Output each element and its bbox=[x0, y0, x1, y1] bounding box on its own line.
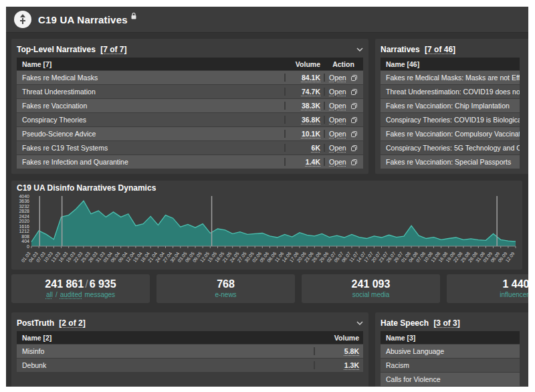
narrative-link[interactable]: Fakes re C19 Test Systems bbox=[22, 144, 108, 152]
narrative-link[interactable]: Conspiracy Theories bbox=[22, 116, 86, 124]
copy-icon bbox=[351, 131, 357, 137]
panel-hate-speech: Hate Speech [3 of 3] Name [3] Abusive La… bbox=[375, 312, 528, 387]
narrative-link[interactable]: Threat Underestimation bbox=[22, 88, 96, 96]
y-axis-tick: 3636 bbox=[19, 199, 29, 203]
narrative-link[interactable]: Calls for Violence bbox=[386, 375, 441, 383]
stat-filter-link[interactable]: all bbox=[46, 291, 53, 298]
narrative-link[interactable]: Fakes re Vaccination: Special Passports bbox=[386, 158, 511, 166]
open-button[interactable]: Open bbox=[329, 88, 346, 96]
open-button[interactable]: Open bbox=[329, 74, 346, 82]
narratives-table-body: Fakes re Medical Masks: Masks are not Ef… bbox=[381, 71, 520, 169]
volume-link[interactable]: 1.3K bbox=[344, 361, 359, 369]
open-button[interactable]: Open bbox=[329, 144, 346, 152]
narrative-link[interactable]: Misinfo bbox=[22, 347, 44, 355]
chevron-down-icon[interactable] bbox=[356, 321, 363, 325]
narrative-link[interactable]: Racism bbox=[386, 361, 409, 369]
table-header: Name [46] bbox=[381, 58, 520, 70]
volume-link[interactable]: 36.8K bbox=[302, 116, 320, 124]
volume-column-header: Volume bbox=[284, 60, 324, 68]
open-button[interactable]: Open bbox=[329, 116, 346, 124]
table-header: Name [7] Volume Action bbox=[17, 58, 363, 70]
copy-icon bbox=[351, 145, 357, 151]
table-row: Fakes re Medical Masks84.1KOpen bbox=[17, 71, 363, 84]
volume-link[interactable]: 74.7K bbox=[302, 88, 320, 96]
narrative-link[interactable]: Fakes re Vaccination: Chip Implantation bbox=[386, 102, 510, 110]
copy-icon bbox=[351, 75, 357, 81]
table-row: Misinfo5.8K bbox=[17, 345, 363, 358]
table-header: Name [2] Volume bbox=[17, 331, 363, 344]
y-axis-tick: 0 bbox=[27, 244, 29, 249]
y-axis-tick: 2828 bbox=[19, 209, 29, 213]
stat-card: 241 861/6 935all/auditedmessages bbox=[11, 274, 150, 303]
name-column-header: Name [46] bbox=[381, 60, 520, 68]
panel-top-level-narratives: Top-Level Narratives [7 of 7] Name [7] V… bbox=[11, 39, 368, 174]
table-row: Conspiracy Theories: 5G Technology and C… bbox=[381, 141, 520, 155]
panel-posttruth: PostTruth [2 of 2] Name [2] Volume Misin… bbox=[11, 312, 368, 387]
stat-label: influencers bbox=[498, 290, 528, 299]
panel-count[interactable]: [2 of 2] bbox=[59, 318, 85, 328]
table-row: Fakes re Vaccination38.3KOpen bbox=[17, 99, 363, 112]
app-header: C19 UA Narratives bbox=[6, 7, 528, 33]
narrative-link[interactable]: Conspiracy Theories: 5G Technology and C… bbox=[386, 144, 520, 152]
narrative-link[interactable]: Abusive Language bbox=[386, 347, 444, 355]
stat-label: all/auditedmessages bbox=[45, 290, 116, 299]
panel-count[interactable]: [7 of 46] bbox=[425, 45, 455, 54]
table-row: Abusive Language bbox=[381, 345, 520, 358]
lock-icon bbox=[131, 10, 136, 22]
stat-label: e-news bbox=[213, 290, 237, 299]
top-level-table-body: Fakes re Medical Masks84.1KOpenThreat Un… bbox=[17, 71, 363, 169]
table-row: Pseudo-Science Advice10.1KOpen bbox=[17, 127, 363, 140]
stat-card: 768e-news bbox=[156, 274, 295, 303]
chevron-down-icon[interactable] bbox=[356, 47, 363, 52]
narrative-link[interactable]: Pseudo-Science Advice bbox=[22, 130, 96, 138]
y-axis-tick: 4040 bbox=[19, 195, 29, 199]
stat-card: 241 093social media bbox=[302, 274, 440, 303]
app-logo[interactable] bbox=[14, 11, 31, 28]
narrative-link[interactable]: Conspiracy Theories: COVID19 is Biologic… bbox=[386, 116, 520, 124]
volume-link[interactable]: 38.3K bbox=[302, 102, 320, 110]
copy-icon bbox=[351, 117, 357, 123]
panel-title-narratives: Narratives [7 of 46] bbox=[381, 45, 455, 54]
volume-link[interactable]: 5.8K bbox=[344, 347, 359, 355]
narrative-link[interactable]: Fakes re Medical Masks: Masks are not Ef… bbox=[386, 74, 520, 82]
panel-count[interactable]: [7 of 7] bbox=[100, 45, 126, 54]
stat-filter-link[interactable]: audited bbox=[60, 291, 82, 298]
page-title: C19 UA Narratives bbox=[38, 14, 128, 25]
y-axis-tick: 1616 bbox=[19, 224, 29, 229]
volume-link[interactable]: 10.1K bbox=[302, 130, 320, 138]
narrative-link[interactable]: Fakes re Medical Masks bbox=[22, 74, 98, 82]
open-button[interactable]: Open bbox=[329, 102, 346, 110]
name-column-header: Name [3] bbox=[381, 334, 520, 342]
stat-value: 241 861/6 935 bbox=[45, 278, 116, 290]
stat-label-text: influencers bbox=[500, 291, 528, 298]
table-row: Calls for Violence bbox=[381, 373, 520, 386]
table-row: Conspiracy Theories: COVID19 is Biologic… bbox=[381, 113, 520, 126]
stat-label-text: messages bbox=[85, 291, 116, 298]
stats-row: 241 861/6 935all/auditedmessages768e-new… bbox=[11, 274, 523, 303]
posttruth-table-body: Misinfo5.8KDebunk1.3K bbox=[17, 345, 363, 372]
narrative-link[interactable]: Fakes re Vaccination: Compulsory Vaccina… bbox=[386, 130, 520, 138]
panel-count[interactable]: [3 of 3] bbox=[433, 318, 459, 328]
app-window: C19 UA Narratives Top-Level Narratives [… bbox=[6, 7, 528, 387]
panel-title-hate-speech: Hate Speech [3 of 3] bbox=[381, 318, 460, 328]
dynamics-chart[interactable]: 4040363632322828242420201616121280840400… bbox=[17, 195, 517, 267]
y-axis-tick: 808 bbox=[21, 234, 29, 239]
open-button[interactable]: Open bbox=[329, 158, 346, 166]
volume-link[interactable]: 6K bbox=[312, 144, 320, 152]
y-axis-tick: 3232 bbox=[19, 204, 29, 209]
narrative-link[interactable]: Threat Underestimation: COVID19 does not… bbox=[386, 88, 520, 96]
open-button[interactable]: Open bbox=[329, 130, 346, 138]
narrative-link[interactable]: Fakes re Vaccination bbox=[22, 102, 87, 110]
stat-label-text: / bbox=[56, 291, 58, 298]
action-column-header: Action bbox=[324, 60, 363, 68]
volume-link[interactable]: 84.1K bbox=[302, 74, 320, 82]
table-row: Fakes re Infection and Quarantine1.4KOpe… bbox=[17, 155, 363, 169]
table-row: Threat Underestimation: COVID19 does not… bbox=[381, 85, 520, 98]
stat-label-text: social media bbox=[352, 291, 390, 298]
panel-dynamics-chart: C19 UA Disinfo Narratives Dynamics 40403… bbox=[11, 181, 522, 270]
narrative-link[interactable]: Fakes re Infection and Quarantine bbox=[22, 158, 128, 166]
narrative-link[interactable]: Debunk bbox=[22, 361, 46, 369]
volume-link[interactable]: 1.4K bbox=[306, 158, 320, 166]
table-row: Fakes re Vaccination: Special Passports bbox=[381, 155, 520, 169]
stat-label-text: e-news bbox=[215, 291, 236, 298]
